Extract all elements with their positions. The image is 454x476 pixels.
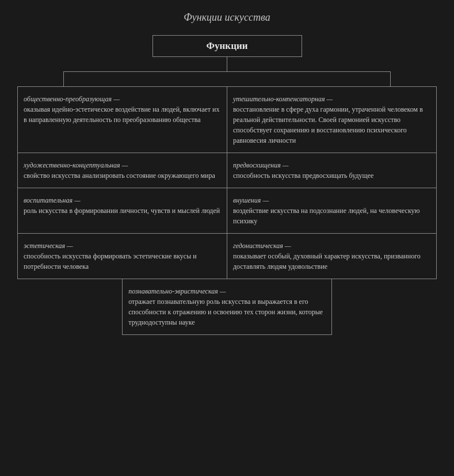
- func-name-mid1-left: художественно-концептуальная —: [24, 161, 128, 169]
- func-name-top-right: утешительно-компенсаторная —: [233, 95, 333, 103]
- func-name-mid2-left: воспитательная —: [24, 196, 81, 204]
- stem-right: [390, 72, 391, 86]
- func-desc-top-left: оказывая идейно-эстетическое воздействие…: [24, 105, 219, 124]
- func-name-mid3-left: эстетическая —: [24, 242, 73, 250]
- func-desc-mid3-right: показывает особый, духовный характер иск…: [233, 252, 421, 271]
- cell-mid2-right: внушения — воздействие искусства на подс…: [227, 188, 437, 234]
- func-desc-bottom: отражает познавательную роль искусства и…: [128, 298, 323, 326]
- grid-row-3: воспитательная — роль искусства в формир…: [17, 188, 437, 234]
- cell-mid3-right: гедонистическая — показывает особый, дух…: [227, 234, 437, 279]
- diagram-container: Функции искусства Функции общественно-пр…: [17, 12, 437, 335]
- functions-header-label: Функции: [206, 40, 247, 51]
- cell-mid1-right: предвосхищения — способность искусства п…: [227, 153, 437, 188]
- functions-header-box: Функции: [152, 35, 302, 57]
- func-desc-mid1-left: свойство искусства анализировать состоян…: [24, 172, 215, 180]
- cell-mid3-left: эстетическая — способность искусства фор…: [17, 234, 227, 279]
- cell-top-right: утешительно-компенсаторная — восстановле…: [227, 86, 437, 153]
- cell-top-left: общественно-преобразующая — оказывая иде…: [17, 86, 227, 153]
- func-desc-mid2-right: воздействие искусства на подсознание люд…: [233, 207, 420, 225]
- func-name-top-left: общественно-преобразующая —: [24, 95, 120, 103]
- func-desc-mid2-left: роль искусства в формировании личности, …: [24, 207, 220, 215]
- bottom-row: познавательно-эвристическая — отражает п…: [17, 279, 437, 335]
- func-name-bottom: познавательно-эвристическая —: [128, 287, 226, 295]
- func-name-mid3-right: гедонистическая —: [233, 242, 291, 250]
- tree-connector-top: Функции: [17, 35, 437, 86]
- vertical-line-top: [227, 57, 227, 71]
- cell-mid1-left: художественно-концептуальная — свойство …: [17, 153, 227, 188]
- stem-left: [63, 72, 64, 86]
- cell-mid2-left: воспитательная — роль искусства в формир…: [17, 188, 227, 234]
- grid-row-2: художественно-концептуальная — свойство …: [17, 153, 437, 188]
- branch-stems: [63, 72, 391, 86]
- grid-row-1: общественно-преобразующая — оказывая иде…: [17, 86, 437, 153]
- grid-row-4: эстетическая — способность искусства фор…: [17, 234, 437, 279]
- func-name-mid1-right: предвосхищения —: [233, 161, 289, 169]
- page-title: Функции искусства: [184, 12, 270, 24]
- func-desc-mid1-right: способность искусства предвосхищать буду…: [233, 172, 373, 180]
- func-desc-mid3-left: способность искусства формировать эстети…: [24, 252, 197, 271]
- func-name-mid2-right: внушения —: [233, 196, 269, 204]
- grid-container: общественно-преобразующая — оказывая иде…: [17, 86, 437, 335]
- func-desc-top-right: восстановление в сфере духа гармонии, ут…: [233, 105, 423, 144]
- cell-bottom-center: познавательно-эвристическая — отражает п…: [122, 279, 332, 335]
